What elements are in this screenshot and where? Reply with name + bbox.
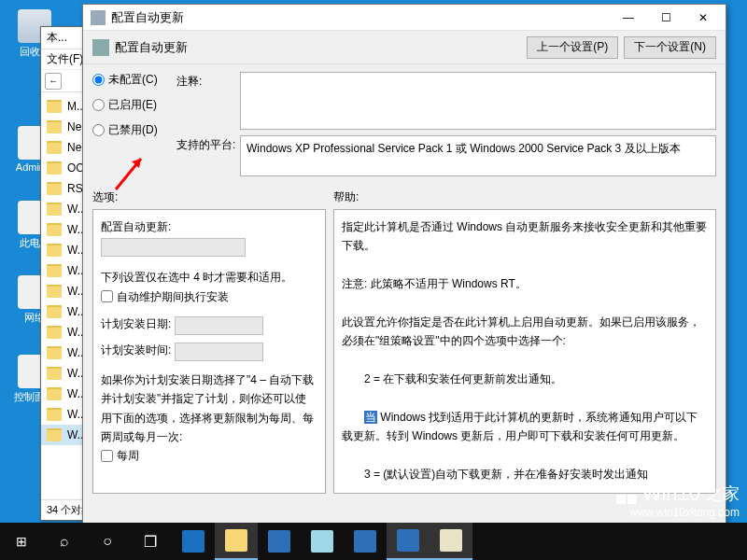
notepad-icon[interactable] [430,523,472,560]
help-label: 帮助: [333,189,716,205]
comment-input[interactable] [240,72,716,130]
time-dropdown[interactable] [175,343,263,361]
minimize-button[interactable]: — [610,7,647,29]
folder-icon [47,244,62,257]
chk-maintenance[interactable]: 自动维护期间执行安装 [101,287,229,306]
opt-l3: 计划安装日期: [101,317,171,330]
folder-icon [47,141,62,154]
options-pane[interactable]: 配置自动更新: 下列设置仅在选中 4 时才需要和适用。 自动维护期间执行安装 计… [92,209,326,494]
folder-icon [47,182,62,195]
explorer-icon[interactable] [215,523,258,560]
folder-icon [47,428,62,441]
folder-label: RS [67,182,83,195]
gpedit-dialog: 配置自动更新 — ☐ ✕ 配置自动更新 上一个设置(P) 下一个设置(N) 未配… [82,4,726,526]
policy-icon [92,39,109,56]
maximize-button[interactable]: ☐ [647,7,684,29]
folder-icon [47,367,62,380]
opt-l4: 计划安装时间: [101,343,171,357]
chk-weekly[interactable]: 每周 [101,446,139,465]
help-p4: 2 = 在下载和安装任何更新前发出通知。 [342,370,708,388]
search-button[interactable]: ⌕ [43,523,86,560]
folder-icon [47,264,62,277]
subtitle: 配置自动更新 [115,39,188,56]
next-setting-button[interactable]: 下一个设置(N) [624,36,716,59]
folder-icon [47,120,62,133]
folder-icon [47,408,62,421]
close-button[interactable]: ✕ [684,7,722,29]
help-pane[interactable]: 指定此计算机是否通过 Windows 自动更新服务来接收安全更新和其他重要下载。… [333,209,716,494]
config-dropdown[interactable] [101,238,246,257]
opt-l2: 下列设置仅在选中 4 时才需要和适用。 [101,268,317,287]
folder-icon [47,161,62,175]
folder-icon [47,305,62,318]
prev-setting-button[interactable]: 上一个设置(P) [527,36,618,59]
opt-l1: 配置自动更新: [101,217,317,236]
taskview-button[interactable]: ❐ [129,523,172,560]
taskbar[interactable]: ⊞ ⌕ ○ ❐ [0,523,747,560]
app2-icon[interactable] [387,523,430,560]
opt-l5: 如果你为计划安装日期选择了"4 – 自动下载并计划安装"并指定了计划，则你还可以… [101,371,317,447]
back-icon[interactable]: ← [45,73,62,90]
config-row: 未配置(C) 已启用(E) 已禁用(D) 注释: 支持的平台: Windows … [83,64,726,186]
folder-icon [47,223,62,236]
mail-icon[interactable] [344,523,387,560]
folder-icon [47,387,62,400]
platform-label: 支持的平台: [176,135,240,176]
folder-icon [47,285,62,298]
help-p2: 注意: 此策略不适用于 Windows RT。 [342,274,708,293]
platform-value: Windows XP Professional Service Pack 1 或… [240,135,716,176]
comment-label: 注释: [176,72,240,130]
radio-enabled[interactable]: 已启用(E) [92,97,176,113]
titlebar[interactable]: 配置自动更新 — ☐ ✕ [83,5,726,31]
watermark: Win10之家 www.win10xitong.com [616,482,740,519]
store-icon[interactable] [258,523,301,560]
dialog-header: 配置自动更新 上一个设置(P) 下一个设置(N) [83,31,726,64]
title-text: 配置自动更新 [111,9,184,26]
cortana-button[interactable]: ○ [86,523,129,560]
help-p1: 指定此计算机是否通过 Windows 自动更新服务来接收安全更新和其他重要下载。 [342,217,708,256]
radio-group: 未配置(C) 已启用(E) 已禁用(D) [92,72,176,182]
start-button[interactable]: ⊞ [0,523,43,560]
folder-icon [47,203,62,216]
folder-icon [47,326,62,339]
app1-icon[interactable] [301,523,344,560]
radio-disabled[interactable]: 已禁用(D) [92,122,176,138]
folder-icon [47,100,62,113]
app-icon [91,10,106,25]
edge-icon[interactable] [172,523,215,560]
help-p3: 此设置允许你指定是否在此计算机上启用自动更新。如果已启用该服务，必须在"组策略设… [342,313,708,351]
date-dropdown[interactable] [175,316,263,335]
folder-icon [47,346,62,359]
options-label: 选项: [92,189,326,205]
radio-not-configured[interactable]: 未配置(C) [92,72,176,88]
help-p5: 当 Windows 找到适用于此计算机的更新时，系统将通知用户可以下载更新。转到… [342,408,708,446]
